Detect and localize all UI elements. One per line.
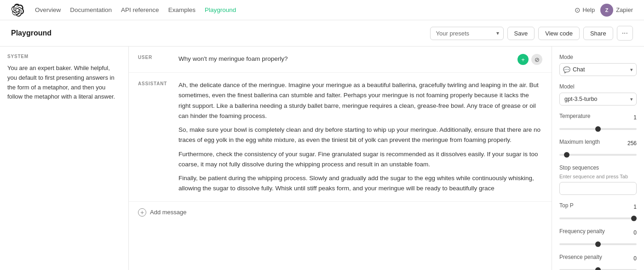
view-code-button[interactable]: View code bbox=[538, 27, 580, 40]
add-message-icon: + bbox=[138, 208, 146, 217]
nav-examples[interactable]: Examples bbox=[168, 6, 196, 13]
add-message-label: Add message bbox=[150, 209, 187, 216]
header-actions: Your presets Save View code Share ··· bbox=[430, 26, 633, 41]
max-length-row: Maximum length 256 bbox=[559, 139, 637, 148]
page-header: Playground Your presets Save View code S… bbox=[0, 20, 644, 47]
temperature-label: Temperature bbox=[559, 113, 590, 119]
stop-sequences-sublabel: Enter sequence and press Tab bbox=[559, 174, 637, 179]
assistant-message: ASSISTANT Ah, the delicate dance of the … bbox=[129, 73, 552, 202]
nav-documentation[interactable]: Documentation bbox=[70, 6, 112, 13]
model-label: Model bbox=[559, 83, 637, 90]
max-length-value: 256 bbox=[627, 140, 637, 147]
chat-panel: USER Why won't my meringue foam properly… bbox=[129, 47, 552, 270]
temperature-slider[interactable] bbox=[559, 128, 637, 130]
stop-sequences-input[interactable] bbox=[559, 182, 637, 195]
nav-playground[interactable]: Playground bbox=[205, 6, 236, 13]
presence-penalty-value: 0 bbox=[633, 255, 637, 262]
presets-select-wrapper: Your presets bbox=[430, 27, 504, 40]
save-button[interactable]: Save bbox=[507, 27, 535, 40]
stop-sequences-label: Stop sequences bbox=[559, 164, 637, 171]
top-p-label: Top P bbox=[559, 202, 574, 209]
model-select[interactable]: gpt-3.5-turbo bbox=[559, 93, 637, 106]
help-icon: ⊙ bbox=[575, 6, 581, 14]
model-select-wrapper: gpt-3.5-turbo bbox=[559, 93, 637, 106]
message-action-remove[interactable]: ⊘ bbox=[531, 54, 542, 65]
top-p-slider[interactable] bbox=[559, 217, 637, 219]
system-label: SYSTEM bbox=[7, 54, 121, 59]
system-text[interactable]: You are an expert baker. While helpful, … bbox=[7, 64, 121, 102]
mode-select[interactable]: Chat bbox=[559, 63, 637, 76]
right-sidebar: Mode Chat 💬 Model gpt-3.5-turbo bbox=[552, 47, 644, 270]
more-button[interactable]: ··· bbox=[617, 26, 633, 41]
main-content: SYSTEM You are an expert baker. While he… bbox=[0, 47, 644, 270]
mode-select-wrapper: Chat 💬 bbox=[559, 63, 637, 76]
presence-penalty-section: Presence penalty 0 bbox=[559, 254, 637, 270]
temperature-section: Temperature 1 bbox=[559, 113, 637, 131]
frequency-penalty-value: 0 bbox=[633, 229, 637, 236]
user-menu[interactable]: Z Zapier bbox=[600, 4, 633, 17]
user-role-label: USER bbox=[138, 54, 171, 65]
user-message-content: Why won't my meringue foam properly? bbox=[178, 54, 510, 65]
top-p-section: Top P 1 bbox=[559, 202, 637, 221]
mode-label: Mode bbox=[559, 54, 637, 60]
presence-penalty-row: Presence penalty 0 bbox=[559, 254, 637, 263]
help-button[interactable]: ⊙ Help bbox=[575, 6, 595, 14]
nav-overview[interactable]: Overview bbox=[35, 6, 61, 13]
top-p-row: Top P 1 bbox=[559, 202, 637, 211]
max-length-section: Maximum length 256 bbox=[559, 139, 637, 157]
user-avatar: Z bbox=[600, 4, 613, 17]
top-p-value: 1 bbox=[633, 204, 637, 210]
nav-api-reference[interactable]: API reference bbox=[121, 6, 159, 13]
frequency-penalty-slider[interactable] bbox=[559, 243, 637, 245]
frequency-penalty-label: Frequency penalty bbox=[559, 228, 605, 235]
frequency-penalty-section: Frequency penalty 0 bbox=[559, 228, 637, 247]
model-section: Model gpt-3.5-turbo bbox=[559, 83, 637, 106]
temperature-row: Temperature 1 bbox=[559, 113, 637, 122]
page: Playground Your presets Save View code S… bbox=[0, 20, 644, 270]
stop-sequences-section: Stop sequences Enter sequence and press … bbox=[559, 164, 637, 195]
help-label: Help bbox=[582, 6, 595, 13]
system-panel: SYSTEM You are an expert baker. While he… bbox=[0, 47, 129, 270]
share-button[interactable]: Share bbox=[583, 27, 613, 40]
frequency-penalty-row: Frequency penalty 0 bbox=[559, 228, 637, 237]
openai-logo-icon[interactable] bbox=[11, 4, 24, 17]
max-length-slider[interactable] bbox=[559, 154, 637, 156]
nav-left: Overview Documentation API reference Exa… bbox=[11, 4, 236, 17]
user-message-actions: + ⊘ bbox=[518, 54, 542, 65]
assistant-role-label: ASSISTANT bbox=[138, 80, 171, 194]
assistant-message-content: Ah, the delicate dance of the meringue. … bbox=[178, 80, 542, 194]
username-label: Zapier bbox=[616, 6, 633, 13]
message-action-plus[interactable]: + bbox=[518, 54, 529, 65]
presets-select[interactable]: Your presets bbox=[430, 27, 504, 40]
top-nav: Overview Documentation API reference Exa… bbox=[0, 0, 644, 20]
temperature-value: 1 bbox=[633, 114, 637, 121]
max-length-label: Maximum length bbox=[559, 139, 600, 145]
user-message: USER Why won't my meringue foam properly… bbox=[129, 47, 552, 73]
nav-links: Overview Documentation API reference Exa… bbox=[35, 6, 236, 13]
presence-penalty-label: Presence penalty bbox=[559, 254, 602, 260]
add-message-button[interactable]: + Add message bbox=[129, 202, 552, 223]
nav-right: ⊙ Help Z Zapier bbox=[575, 4, 633, 17]
mode-section: Mode Chat 💬 bbox=[559, 54, 637, 76]
page-title: Playground bbox=[11, 29, 52, 37]
